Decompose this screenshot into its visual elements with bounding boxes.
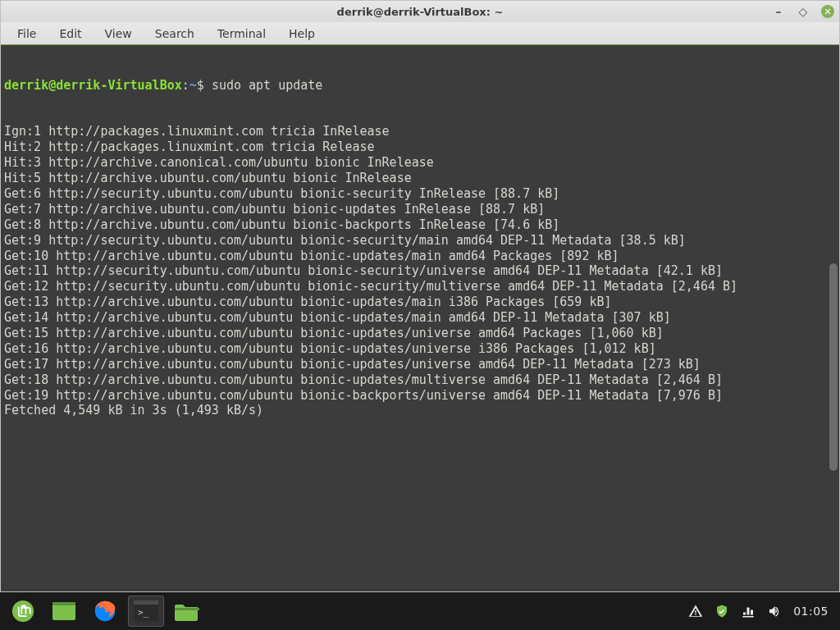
prompt-user: derrik@derrik-VirtualBox bbox=[4, 78, 182, 93]
taskbar-mint-menu[interactable] bbox=[5, 596, 41, 627]
terminal-output[interactable]: derrik@derrik-VirtualBox:~$ sudo apt upd… bbox=[1, 45, 839, 591]
titlebar[interactable]: derrik@derrik-VirtualBox: ~ – ◇ ✕ bbox=[1, 1, 839, 22]
terminal-line: Fetched 4,549 kB in 3s (1,493 kB/s) bbox=[4, 403, 836, 418]
warning-icon[interactable] bbox=[688, 604, 703, 619]
terminal-line: Hit:5 http://archive.ubuntu.com/ubuntu b… bbox=[4, 171, 836, 186]
taskbar-show-desktop[interactable] bbox=[46, 596, 82, 627]
terminal-line: Get:12 http://security.ubuntu.com/ubuntu… bbox=[4, 279, 836, 294]
svg-rect-5 bbox=[134, 600, 158, 605]
svg-rect-2 bbox=[52, 602, 75, 605]
terminal-line: Get:14 http://archive.ubuntu.com/ubuntu … bbox=[4, 310, 836, 326]
maximize-button[interactable]: ◇ bbox=[797, 5, 810, 18]
sound-icon[interactable] bbox=[767, 604, 782, 619]
mint-icon bbox=[11, 600, 34, 623]
shield-icon[interactable] bbox=[714, 604, 729, 619]
terminal-line: Get:7 http://archive.ubuntu.com/ubuntu b… bbox=[4, 202, 836, 217]
prompt-path: ~ bbox=[189, 78, 197, 93]
system-tray: 01:05 bbox=[688, 604, 835, 619]
firefox-icon bbox=[94, 600, 116, 623]
terminal-line: Get:13 http://archive.ubuntu.com/ubuntu … bbox=[4, 294, 836, 310]
menu-terminal[interactable]: Terminal bbox=[208, 25, 276, 43]
menu-bar: FileEditViewSearchTerminalHelp bbox=[1, 22, 839, 45]
network-icon[interactable] bbox=[741, 604, 756, 619]
menu-help[interactable]: Help bbox=[279, 25, 325, 43]
terminal-line: Get:10 http://archive.ubuntu.com/ubuntu … bbox=[4, 249, 836, 264]
desktop-icon bbox=[52, 601, 76, 621]
menu-search[interactable]: Search bbox=[145, 25, 204, 43]
svg-text:>_: >_ bbox=[138, 607, 149, 618]
terminal-line: Ign:1 http://packages.linuxmint.com tric… bbox=[4, 124, 836, 139]
terminal-line: Hit:2 http://packages.linuxmint.com tric… bbox=[4, 139, 836, 155]
terminal-icon: >_ bbox=[134, 600, 158, 622]
terminal-line: Get:15 http://archive.ubuntu.com/ubuntu … bbox=[4, 326, 836, 341]
terminal-line: Get:18 http://archive.ubuntu.com/ubuntu … bbox=[4, 372, 836, 388]
menu-file[interactable]: File bbox=[7, 25, 46, 43]
taskbar-terminal[interactable]: >_ bbox=[128, 596, 164, 627]
files-icon bbox=[175, 601, 199, 621]
minimize-button[interactable]: – bbox=[772, 5, 785, 18]
terminal-scrollbar[interactable] bbox=[829, 263, 838, 471]
taskbar: >_ 01:05 bbox=[0, 592, 840, 630]
terminal-window: derrik@derrik-VirtualBox: ~ – ◇ ✕ FileEd… bbox=[0, 0, 840, 592]
prompt-line: derrik@derrik-VirtualBox:~$ sudo apt upd… bbox=[4, 78, 836, 94]
taskbar-launchers: >_ bbox=[5, 596, 210, 627]
terminal-line: Get:19 http://archive.ubuntu.com/ubuntu … bbox=[4, 388, 836, 404]
terminal-output-lines: Ign:1 http://packages.linuxmint.com tric… bbox=[4, 124, 836, 418]
taskbar-clock[interactable]: 01:05 bbox=[793, 605, 829, 618]
terminal-line: Hit:3 http://archive.canonical.com/ubunt… bbox=[4, 155, 836, 171]
terminal-line: Get:17 http://archive.ubuntu.com/ubuntu … bbox=[4, 357, 836, 372]
window-title: derrik@derrik-VirtualBox: ~ bbox=[337, 6, 504, 18]
close-button[interactable]: ✕ bbox=[821, 5, 834, 18]
taskbar-file-manager[interactable] bbox=[169, 596, 205, 627]
svg-rect-7 bbox=[175, 608, 199, 610]
prompt-sep2: $ bbox=[197, 78, 212, 93]
window-controls: – ◇ ✕ bbox=[772, 1, 834, 22]
terminal-line: Get:11 http://security.ubuntu.com/ubuntu… bbox=[4, 263, 836, 279]
prompt-command: sudo apt update bbox=[212, 78, 322, 93]
terminal-line: Get:16 http://archive.ubuntu.com/ubuntu … bbox=[4, 341, 836, 357]
terminal-line: Get:8 http://archive.ubuntu.com/ubuntu b… bbox=[4, 217, 836, 233]
menu-edit[interactable]: Edit bbox=[49, 25, 91, 43]
prompt-sep1: : bbox=[182, 78, 189, 93]
taskbar-firefox[interactable] bbox=[87, 596, 123, 627]
menu-view[interactable]: View bbox=[95, 25, 142, 43]
terminal-line: Get:6 http://security.ubuntu.com/ubuntu … bbox=[4, 186, 836, 202]
terminal-line: Get:9 http://security.ubuntu.com/ubuntu … bbox=[4, 233, 836, 249]
